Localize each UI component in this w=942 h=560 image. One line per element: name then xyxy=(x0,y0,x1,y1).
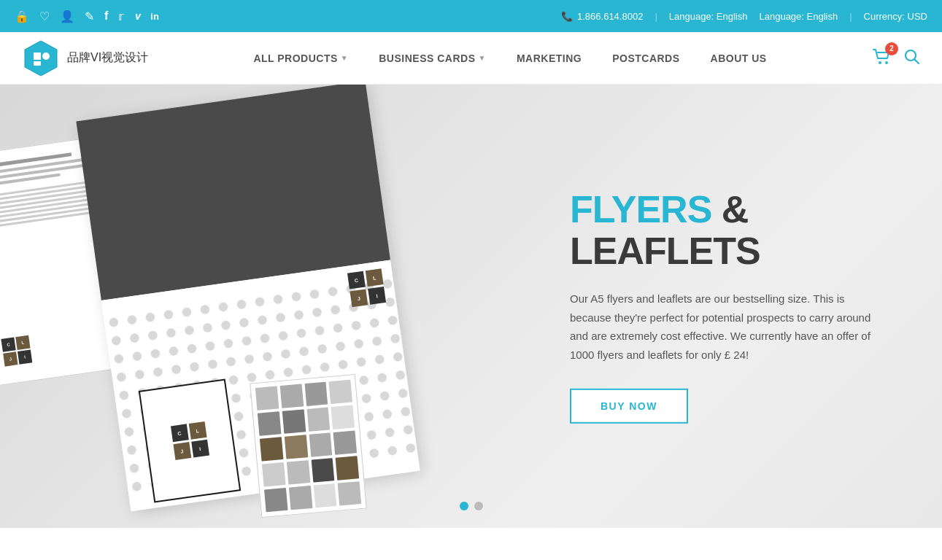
pencil-icon[interactable]: ✎ xyxy=(85,9,94,23)
logo[interactable]: 品牌VI视觉设计 xyxy=(22,39,148,77)
currency-selector[interactable]: Currency: USD xyxy=(864,11,927,22)
hero-content: FLYERS & LEAFLETS Our A5 flyers and leaf… xyxy=(570,189,884,424)
language-selector-label[interactable]: Language: English xyxy=(759,11,838,22)
svg-line-7 xyxy=(914,59,919,63)
logo-small-left: C L J I xyxy=(1,335,32,367)
search-icon xyxy=(904,49,920,65)
pinterest-icon[interactable]: 𝙫 xyxy=(134,9,140,23)
mockup-main-flyer: // We'll draw the dots via inline style … xyxy=(76,85,420,511)
cart-badge: 2 xyxy=(885,42,898,55)
main-nav: ALL PRODUCTS ▼ BUSINESS CARDS ▼ MARKETIN… xyxy=(242,47,778,70)
slider-dots xyxy=(460,502,483,510)
slider-dot-1[interactable] xyxy=(460,502,468,510)
search-button[interactable] xyxy=(904,49,920,68)
nav-about-us[interactable]: ABOUT US xyxy=(699,47,779,70)
lock-icon[interactable]: 🔒 xyxy=(15,9,29,23)
navbar: 品牌VI视觉设计 ALL PRODUCTS ▼ BUSINESS CARDS ▼… xyxy=(0,32,942,85)
svg-rect-2 xyxy=(34,61,41,66)
chevron-down-icon: ▼ xyxy=(341,54,348,62)
nav-right: 2 xyxy=(872,47,920,70)
user-icon[interactable]: 👤 xyxy=(60,9,74,23)
divider2: | xyxy=(849,11,852,22)
hero-mockup-images: C L J I // We'll draw the dots via inlin… xyxy=(0,85,533,528)
language-selector[interactable]: Language: English xyxy=(669,11,748,22)
svg-point-4 xyxy=(879,61,881,64)
svg-point-5 xyxy=(885,61,888,64)
hero-title-highlight: FLYERS xyxy=(570,188,711,230)
slider-dot-2[interactable] xyxy=(474,502,483,510)
phone-icon: 📞 xyxy=(561,11,573,22)
hero-title: FLYERS & LEAFLETS xyxy=(570,189,884,272)
top-bar-right: 📞 1.866.614.8002 | Language: English Lan… xyxy=(561,11,927,22)
twitter-icon[interactable]: 𝕣 xyxy=(118,9,124,23)
nav-postcards[interactable]: POSTCARDS xyxy=(601,47,691,70)
facebook-icon[interactable]: f xyxy=(104,9,108,23)
chevron-down-icon: ▼ xyxy=(478,54,485,62)
logo-main-flyer: C L J I xyxy=(347,269,386,308)
heart-icon[interactable]: ♡ xyxy=(39,9,50,23)
cart-button[interactable]: 2 xyxy=(872,47,892,70)
svg-point-3 xyxy=(42,52,50,60)
top-bar-icons: 🔒 ♡ 👤 ✎ f 𝕣 𝙫 in xyxy=(15,9,159,23)
mockup-color-grid xyxy=(250,374,367,518)
hero-section: C L J I // We'll draw the dots via inlin… xyxy=(0,85,942,528)
top-bar: 🔒 ♡ 👤 ✎ f 𝕣 𝙫 in 📞 1.866.614.8002 | Lang… xyxy=(0,0,942,32)
buy-now-button[interactable]: BUY NOW xyxy=(570,389,688,424)
linkedin-icon[interactable]: in xyxy=(150,11,159,22)
phone-text: 1.866.614.8002 xyxy=(577,11,643,22)
phone-number[interactable]: 📞 1.866.614.8002 xyxy=(561,11,643,22)
logo-icon xyxy=(22,39,60,77)
mockup-small-card-left: C L J I xyxy=(139,378,241,502)
logo-text: 品牌VI视觉设计 xyxy=(67,50,148,66)
nav-marketing[interactable]: MARKETING xyxy=(505,47,593,70)
hero-description: Our A5 flyers and leaflets are our bests… xyxy=(570,289,884,364)
divider: | xyxy=(655,11,657,22)
nav-all-products[interactable]: ALL PRODUCTS ▼ xyxy=(242,47,360,70)
svg-rect-1 xyxy=(34,52,41,60)
nav-business-cards[interactable]: BUSINESS CARDS ▼ xyxy=(367,47,498,70)
